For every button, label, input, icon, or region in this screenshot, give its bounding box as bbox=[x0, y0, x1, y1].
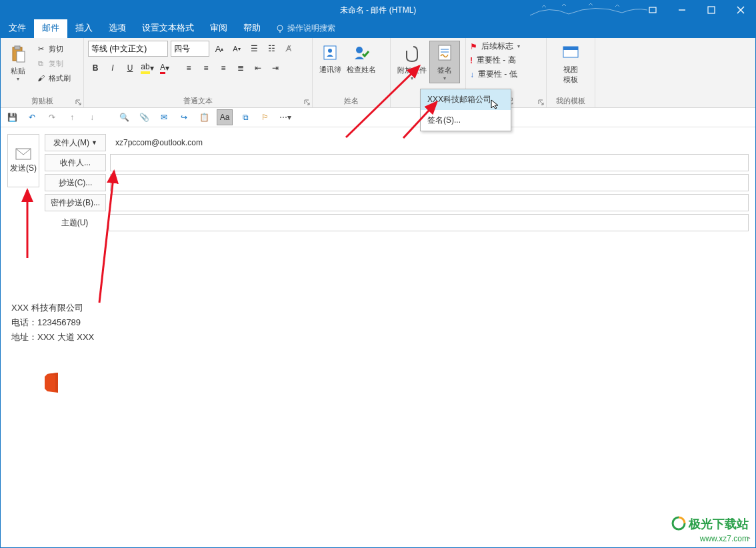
check-names-button[interactable]: 检查姓名 bbox=[344, 41, 379, 76]
numbering-button[interactable]: ☷ bbox=[264, 41, 279, 56]
save-button[interactable]: 💾 bbox=[5, 110, 19, 125]
brush-icon: 🖌 bbox=[35, 73, 46, 83]
group-label: 我的模板 bbox=[547, 96, 595, 106]
check-names-icon bbox=[351, 42, 372, 63]
maximize-button[interactable] bbox=[697, 1, 726, 19]
send-receive-button[interactable]: ✉ bbox=[157, 110, 171, 125]
tab-file[interactable]: 文件 bbox=[1, 18, 34, 38]
close-button[interactable] bbox=[726, 1, 755, 19]
message-body[interactable]: XXX 科技有限公司 电话：123456789 地址：XXX 大道 XXX bbox=[1, 231, 755, 403]
group-clipboard: 粘贴 ▾ ✂剪切 ⧉复制 🖌格式刷 剪贴板 bbox=[1, 38, 84, 107]
tell-me-search[interactable]: 操作说明搜索 bbox=[269, 19, 342, 38]
ribbon-display-options[interactable] bbox=[638, 1, 667, 19]
tab-help[interactable]: 帮助 bbox=[235, 18, 269, 38]
forward-button[interactable]: ↪ bbox=[177, 110, 191, 125]
paste-button[interactable]: 粘贴 ▾ bbox=[5, 41, 31, 85]
bcc-button[interactable]: 密件抄送(B)... bbox=[45, 194, 106, 211]
signature-line-1: XXX 科技有限公司 bbox=[11, 301, 745, 315]
tab-mail[interactable]: 邮件 bbox=[34, 18, 67, 38]
signature-menu-item-company[interactable]: XXX科技邮箱公司 bbox=[421, 89, 511, 110]
templates-icon bbox=[560, 42, 581, 63]
group-label: 剪贴板 bbox=[1, 96, 83, 106]
scissors-icon: ✂ bbox=[35, 43, 46, 54]
quick-access-toolbar: 💾 ↶ ↷ ↑ ↓ 🔍 📎 ✉ ↪ 📋 Aa ⧉ 🏳 ⋯▾ bbox=[1, 108, 755, 127]
office-logo-icon bbox=[41, 371, 63, 394]
bullets-button[interactable]: ☰ bbox=[247, 41, 261, 56]
copy-button[interactable]: ⧉复制 bbox=[33, 57, 73, 70]
signature-menu-item-signatures[interactable]: 签名(S)... bbox=[421, 110, 511, 131]
menubar: 文件 邮件 插入 选项 设置文本格式 审阅 帮助 操作说明搜索 bbox=[1, 19, 755, 38]
svg-rect-13 bbox=[439, 45, 451, 60]
to-button[interactable]: 收件人... bbox=[45, 154, 106, 171]
cut-button[interactable]: ✂剪切 bbox=[33, 42, 73, 55]
tab-insert[interactable]: 插入 bbox=[67, 18, 101, 38]
from-button[interactable]: 发件人(M)▼ bbox=[45, 134, 106, 151]
watermark: 极光下载站 www.xz7.com bbox=[671, 516, 749, 543]
format-painter-button[interactable]: 🖌格式刷 bbox=[33, 71, 73, 85]
font-color-button[interactable]: A▾ bbox=[157, 61, 172, 75]
high-importance-button[interactable]: !重要性 - 高 bbox=[470, 55, 542, 66]
align-center-button[interactable]: ≡ bbox=[199, 61, 213, 75]
clear-format-button[interactable]: A̸ bbox=[281, 41, 296, 56]
svg-rect-2 bbox=[708, 7, 715, 13]
attach-qat-button[interactable]: 📎 bbox=[137, 110, 151, 125]
send-button[interactable]: 发送(S) bbox=[7, 134, 39, 187]
underline-button[interactable]: U bbox=[123, 61, 137, 75]
exclamation-icon: ! bbox=[470, 56, 473, 65]
bold-button[interactable]: B bbox=[88, 61, 103, 75]
chevron-down-icon: ▾ bbox=[443, 75, 446, 81]
font-size-select[interactable] bbox=[171, 41, 209, 57]
prev-item-button[interactable]: ↑ bbox=[65, 110, 79, 125]
dialog-launcher-icon[interactable] bbox=[304, 99, 311, 106]
dialog-launcher-icon[interactable] bbox=[538, 99, 545, 106]
zoom-button[interactable]: 🔍 bbox=[117, 110, 131, 125]
svg-point-11 bbox=[328, 49, 332, 53]
svg-point-12 bbox=[356, 47, 363, 53]
tab-review[interactable]: 审阅 bbox=[202, 18, 235, 38]
line-spacing-button[interactable]: ≣ bbox=[233, 61, 248, 75]
flag-qat-button[interactable]: 🏳 bbox=[258, 110, 273, 125]
svg-rect-0 bbox=[649, 7, 656, 13]
view-templates-button[interactable]: 视图 模板 bbox=[551, 41, 591, 86]
attach-file-button[interactable]: 附加文件 ▾ bbox=[395, 41, 429, 83]
bcc-input[interactable] bbox=[110, 194, 749, 211]
dialog-launcher-icon[interactable] bbox=[75, 99, 82, 106]
group-names: 通讯簿 检查姓名 姓名 bbox=[313, 38, 391, 107]
compose-header: 发送(S) 发件人(M)▼ xz7pccom@outlook.com 收件人..… bbox=[1, 127, 755, 231]
shrink-font-button[interactable]: A▾ bbox=[229, 41, 244, 56]
signature-button[interactable]: 签名 ▾ bbox=[429, 41, 460, 83]
align-left-button[interactable]: ≡ bbox=[181, 61, 196, 75]
cc-input[interactable] bbox=[110, 174, 749, 191]
increase-indent-button[interactable]: ⇥ bbox=[268, 61, 283, 75]
low-importance-button[interactable]: ↓重要性 - 低 bbox=[470, 69, 542, 80]
undo-button[interactable]: ↶ bbox=[25, 110, 39, 125]
minimize-button[interactable] bbox=[667, 1, 697, 19]
next-item-button[interactable]: ↓ bbox=[85, 110, 99, 125]
redo-button[interactable]: ↷ bbox=[45, 110, 59, 125]
cc-button[interactable]: 抄送(C)... bbox=[45, 174, 106, 191]
svg-rect-8 bbox=[15, 46, 20, 49]
text-highlight-qat[interactable]: Aa bbox=[217, 109, 233, 125]
from-value: xz7pccom@outlook.com bbox=[110, 135, 749, 150]
to-input[interactable] bbox=[110, 154, 749, 171]
follow-up-button[interactable]: ⚑后续标志▾ bbox=[470, 41, 542, 52]
grow-font-button[interactable]: A▴ bbox=[212, 41, 227, 56]
align-right-button[interactable]: ≡ bbox=[216, 61, 231, 75]
decrease-indent-button[interactable]: ⇤ bbox=[251, 61, 265, 75]
group-label: 姓名 bbox=[313, 96, 390, 106]
tags-qat-button[interactable]: ⧉ bbox=[238, 110, 253, 125]
arrow-down-icon: ↓ bbox=[470, 70, 474, 79]
italic-button[interactable]: I bbox=[105, 61, 120, 75]
paperclip-icon bbox=[401, 43, 423, 64]
more-qat-button[interactable]: ⋯▾ bbox=[278, 110, 293, 125]
group-templates: 视图 模板 我的模板 bbox=[547, 38, 595, 107]
address-book-button[interactable]: 通讯簿 bbox=[317, 41, 344, 76]
paste-qat-button[interactable]: 📋 bbox=[197, 110, 211, 125]
tab-options[interactable]: 选项 bbox=[101, 18, 134, 38]
font-family-select[interactable] bbox=[88, 41, 168, 57]
highlight-button[interactable]: ab▾ bbox=[140, 61, 155, 75]
subject-input[interactable] bbox=[109, 214, 749, 231]
tab-format[interactable]: 设置文本格式 bbox=[134, 18, 202, 38]
address-book-icon bbox=[320, 42, 341, 63]
copy-icon: ⧉ bbox=[35, 58, 46, 69]
